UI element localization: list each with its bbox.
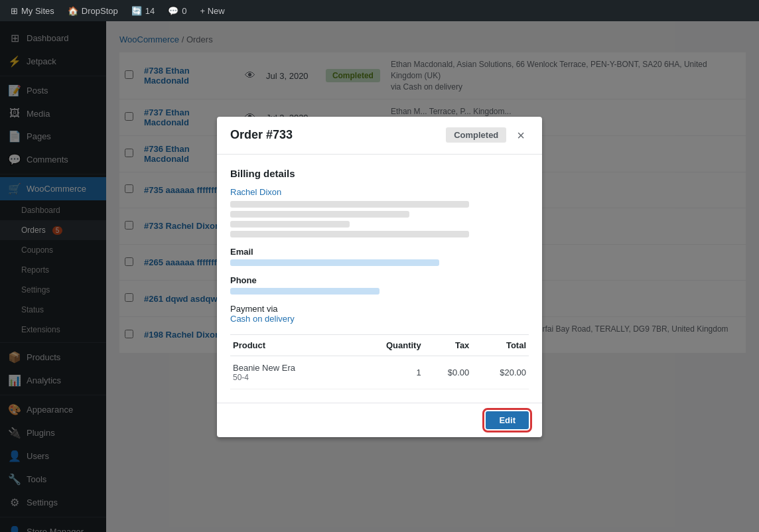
comments-count: 0 xyxy=(182,6,186,16)
mysites-icon: ⊞ xyxy=(11,6,18,16)
payment-method: Cash on delivery xyxy=(230,314,529,324)
product-total: $20.00 xyxy=(472,356,529,389)
updates-icon: 🔄 xyxy=(131,6,142,16)
adminbar-dropstop[interactable]: 🏠 DropStop xyxy=(62,0,123,21)
col-tax: Tax xyxy=(424,334,472,356)
modal-close-button[interactable]: × xyxy=(513,127,529,143)
address-line-4 xyxy=(230,231,469,237)
modal-footer: Edit xyxy=(217,403,542,437)
col-quantity: Quantity xyxy=(352,334,424,356)
product-name: Beanie New Era xyxy=(233,363,349,373)
phone-value xyxy=(230,288,380,295)
col-total: Total xyxy=(472,334,529,356)
email-value xyxy=(230,259,439,266)
new-label: + New xyxy=(200,6,224,16)
address-line-1 xyxy=(230,201,469,208)
product-sku: 50-4 xyxy=(233,373,349,382)
modal-overlay[interactable]: Order #733 Completed × Billing details R… xyxy=(0,21,759,532)
email-label: Email xyxy=(230,247,529,257)
payment-via-label: Payment via xyxy=(230,304,529,314)
col-product: Product xyxy=(230,334,352,356)
product-row: Beanie New Era 50-4 1 $0.00 $20.00 xyxy=(230,356,529,389)
modal-status-badge: Completed xyxy=(446,127,506,143)
admin-bar: ⊞ My Sites 🏠 DropStop 🔄 14 💬 0 + New xyxy=(0,0,759,21)
order-modal: Order #733 Completed × Billing details R… xyxy=(217,117,542,437)
home-icon: 🏠 xyxy=(68,6,78,16)
address-line-2 xyxy=(230,211,409,218)
mysites-label: My Sites xyxy=(21,6,54,16)
product-name-cell: Beanie New Era 50-4 xyxy=(230,356,352,389)
edit-button[interactable]: Edit xyxy=(486,411,529,429)
main-content: WooCommerce / Orders #738 Ethan Macdonal… xyxy=(106,21,759,532)
adminbar-mysites[interactable]: ⊞ My Sites xyxy=(5,0,60,21)
modal-header: Order #733 Completed × xyxy=(217,117,542,155)
products-table: Product Quantity Tax Total Beanie New Er… xyxy=(230,334,529,389)
comments-icon: 💬 xyxy=(168,6,178,16)
adminbar-comments[interactable]: 💬 0 xyxy=(163,0,192,21)
dropstop-label: DropStop xyxy=(82,6,118,16)
layout: ⊞ Dashboard ⚡ Jetpack 📝 Posts 🖼 Media 📄 … xyxy=(0,21,759,532)
customer-name: Rachel Dixon xyxy=(230,187,529,197)
updates-count: 14 xyxy=(145,6,155,16)
phone-label: Phone xyxy=(230,275,529,285)
modal-title: Order #733 xyxy=(230,128,293,142)
product-quantity: 1 xyxy=(352,356,424,389)
address-line-3 xyxy=(230,221,350,228)
modal-body: Billing details Rachel Dixon Email Phone… xyxy=(217,155,542,403)
adminbar-new[interactable]: + New xyxy=(194,0,230,21)
adminbar-updates[interactable]: 🔄 14 xyxy=(126,0,160,21)
product-tax: $0.00 xyxy=(424,356,472,389)
billing-title: Billing details xyxy=(230,168,529,179)
modal-header-right: Completed × xyxy=(446,127,529,143)
